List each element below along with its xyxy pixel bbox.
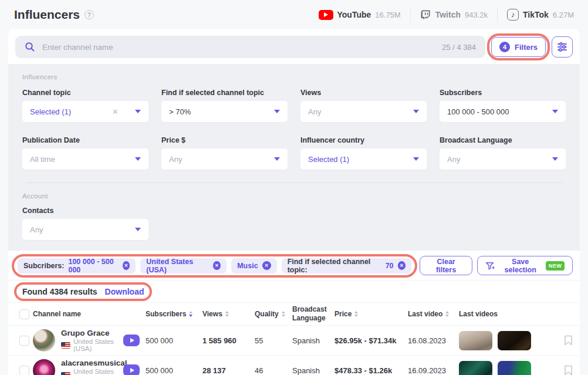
download-link[interactable]: Download (105, 287, 144, 296)
price-value: $478.33 - $1.26k (334, 366, 392, 375)
bookmark-icon[interactable] (564, 365, 573, 375)
subscribers-select[interactable]: 100 000 - 500 000 (440, 101, 566, 122)
save-selection-label: Save selection (499, 258, 542, 274)
field-label: Channel topic (22, 89, 148, 97)
topic-threshold-select[interactable]: > 70% (161, 101, 288, 122)
chevron-down-icon (413, 110, 419, 113)
chevron-down-icon (552, 110, 558, 113)
filter-field-publication-date: Publication Date All time (22, 136, 148, 170)
subscribers-value: 500 000 (146, 336, 173, 345)
clear-filters-button[interactable]: Clear filters (420, 256, 472, 275)
chevron-down-icon (274, 157, 280, 161)
search-icon (25, 42, 35, 52)
search-input[interactable] (42, 43, 435, 52)
filter-field-channel-topic: Channel topic Selected (1) ✕ (22, 89, 148, 122)
row-checkbox[interactable] (19, 366, 29, 375)
field-label: Price $ (161, 136, 288, 144)
video-thumbnail[interactable] (459, 361, 492, 375)
chip-value: Music (237, 262, 258, 270)
header-subscribers-sort[interactable]: Subscribers (146, 310, 202, 318)
channel-topic-select[interactable]: Selected (1) ✕ (22, 101, 148, 122)
select-value: All time (30, 155, 55, 164)
us-flag-icon (61, 342, 70, 349)
header-last-video-sort[interactable]: Last video (408, 310, 459, 318)
help-icon[interactable]: ? (85, 10, 94, 19)
platform-count: 16.75M (375, 11, 400, 19)
channel-country: United States (USA) (73, 338, 123, 352)
filter-field-subscribers: Subscribers 100 000 - 500 000 (440, 89, 566, 122)
column-settings-button[interactable] (552, 36, 573, 58)
header-price-sort[interactable]: Price (334, 310, 408, 318)
sort-icon (225, 311, 229, 317)
sort-icon (282, 311, 285, 317)
search-row: 25 / 4 384 4 Filters (8, 29, 580, 64)
country-select[interactable]: Selected (1) (300, 148, 427, 170)
channel-link[interactable]: alacranesmusical United States (USA) (33, 359, 123, 375)
divider (26, 183, 562, 183)
select-all-checkbox[interactable] (19, 309, 29, 319)
remove-chip-icon[interactable]: ✕ (398, 261, 405, 270)
broadcast-language-select[interactable]: Any (440, 148, 566, 170)
quality-value: 55 (255, 336, 263, 345)
chip-label: Find if selected channel topic: (288, 258, 381, 274)
video-thumbnail[interactable] (498, 331, 531, 350)
avatar (33, 329, 55, 352)
row-checkbox[interactable] (19, 336, 29, 346)
funnel-plus-icon (485, 261, 495, 271)
header-label: Views (202, 310, 222, 318)
header-label: Subscribers (146, 310, 186, 318)
table-row: Grupo Grace United States (USA) 500 000 … (8, 326, 580, 356)
new-badge: NEW (546, 261, 565, 271)
field-label: Publication Date (22, 136, 148, 144)
filters-panel: Influencers Channel topic Selected (1) ✕… (8, 64, 580, 251)
select-value: Any (447, 155, 460, 164)
channel-name: Grupo Grace (61, 329, 123, 339)
field-label: Broadcast Language (440, 136, 566, 144)
tiktok-icon: ♪ (507, 9, 519, 21)
video-thumbnail[interactable] (498, 361, 531, 375)
channel-name: alacranesmusical (61, 359, 127, 369)
contacts-select[interactable]: Any (22, 219, 148, 240)
platform-tiktok: ♪ TikTok 6.27M (498, 9, 576, 21)
youtube-icon (319, 10, 333, 20)
field-label: Influencer country (300, 136, 427, 144)
header-views-sort[interactable]: Views (202, 310, 255, 318)
video-thumbnail[interactable] (459, 331, 492, 350)
filter-field-price: Price $ Any (161, 136, 288, 170)
chip-topic: Music ✕ (231, 258, 276, 273)
remove-chip-icon[interactable]: ✕ (262, 261, 271, 270)
quality-value: 46 (255, 366, 263, 375)
chip-label: Subcribers: (23, 262, 64, 270)
table-row: alacranesmusical United States (USA) 500… (8, 356, 580, 375)
section-label-account: Account (22, 192, 566, 200)
chip-country: United States (USA) ✕ (140, 258, 227, 273)
header-quality-sort[interactable]: Quality (255, 310, 292, 318)
views-select[interactable]: Any (300, 101, 427, 122)
field-label: Views (300, 89, 427, 97)
save-selection-button[interactable]: Save selection NEW (477, 256, 573, 275)
channel-link[interactable]: Grupo Grace United States (USA) (33, 329, 123, 353)
filter-field-broadcast-language: Broadcast Language Any (440, 136, 566, 170)
results-counter: 25 / 4 384 (442, 43, 476, 52)
last-video-date: 16.09.2023 (408, 366, 446, 375)
platform-name: YouTube (337, 10, 371, 19)
header-last-videos: Last videos (459, 310, 556, 318)
filters-button[interactable]: 4 Filters (491, 37, 546, 57)
chevron-down-icon (552, 157, 558, 161)
youtube-play-button[interactable] (123, 335, 140, 346)
us-flag-icon (61, 372, 70, 375)
remove-chip-icon[interactable]: ✕ (123, 261, 130, 270)
twitch-icon (420, 9, 431, 21)
sort-icon (354, 311, 358, 317)
header-label: Last video (408, 310, 442, 318)
remove-chip-icon[interactable]: ✕ (213, 261, 221, 270)
publication-date-select[interactable]: All time (22, 148, 148, 170)
platform-count: 6.27M (553, 11, 574, 19)
clear-selection-icon[interactable]: ✕ (112, 107, 119, 116)
youtube-play-button[interactable] (123, 364, 140, 375)
clear-filters-label: Clear filters (428, 258, 464, 274)
language-value: Spanish (292, 366, 320, 375)
price-select[interactable]: Any (161, 148, 288, 170)
bookmark-icon[interactable] (564, 335, 573, 346)
search-box: 25 / 4 384 (15, 36, 485, 58)
